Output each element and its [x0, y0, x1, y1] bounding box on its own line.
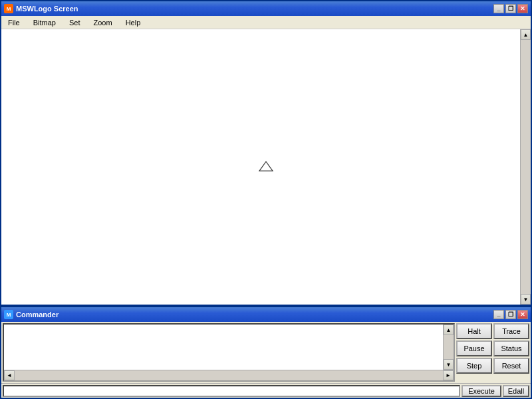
- commander-title-buttons: _ ❐ ✕: [493, 310, 528, 319]
- hscroll-left-arrow[interactable]: ◄: [4, 370, 15, 380]
- main-restore-button[interactable]: ❐: [505, 4, 516, 13]
- output-scroll-down[interactable]: ▼: [444, 359, 454, 370]
- buttons-row-3: Step Reset: [456, 358, 529, 374]
- main-window-icon: M: [4, 4, 13, 13]
- buttons-row-2: Pause Status: [456, 340, 529, 356]
- turtle-marker: [258, 160, 274, 174]
- trace-button[interactable]: Trace: [493, 323, 529, 339]
- output-content: [4, 325, 454, 370]
- hscroll-track[interactable]: [15, 370, 443, 380]
- scroll-down-arrow[interactable]: ▼: [521, 294, 531, 305]
- svg-marker-0: [259, 162, 273, 171]
- commander-body: ◄ ► ▲ ▼ Halt Trace Pause Status Step R: [1, 322, 531, 383]
- output-vscroll-track[interactable]: [444, 335, 454, 359]
- main-title-bar: M MSWLogo Screen _ ❐ ✕: [1, 1, 531, 16]
- turtle-triangle-icon: [258, 160, 274, 172]
- menu-file[interactable]: File: [4, 17, 24, 28]
- main-close-button[interactable]: ✕: [517, 4, 528, 13]
- output-area: ◄ ► ▲ ▼: [3, 323, 455, 382]
- hscroll-right-arrow[interactable]: ►: [443, 370, 454, 380]
- output-hscrollbar: ◄ ►: [4, 370, 454, 380]
- main-minimize-button[interactable]: _: [493, 4, 504, 13]
- reset-button[interactable]: Reset: [493, 358, 529, 374]
- edall-button[interactable]: Edall: [503, 385, 529, 397]
- commander-close-button[interactable]: ✕: [517, 310, 528, 319]
- output-vscrollbar: ▲ ▼: [443, 325, 454, 370]
- input-row: Execute Edall: [1, 383, 531, 398]
- commander-minimize-button[interactable]: _: [493, 310, 504, 319]
- commander-window-icon: M: [4, 310, 13, 319]
- buttons-panel: Halt Trace Pause Status Step Reset: [456, 323, 529, 382]
- pause-button[interactable]: Pause: [456, 340, 492, 356]
- commander-title-bar: M Commander _ ❐ ✕: [1, 307, 531, 322]
- menu-help[interactable]: Help: [122, 17, 145, 28]
- main-window: M MSWLogo Screen _ ❐ ✕ File Bitmap Set Z…: [0, 0, 532, 306]
- canvas-area: ▲ ▼: [1, 29, 531, 305]
- halt-button[interactable]: Halt: [456, 323, 492, 339]
- menu-bar: File Bitmap Set Zoom Help: [1, 16, 531, 29]
- scroll-track-vertical[interactable]: [521, 40, 531, 294]
- menu-zoom[interactable]: Zoom: [90, 17, 116, 28]
- main-title-buttons: _ ❐ ✕: [493, 4, 528, 13]
- main-window-title: MSWLogo Screen: [16, 5, 493, 13]
- menu-bitmap[interactable]: Bitmap: [29, 17, 60, 28]
- commander-restore-button[interactable]: ❐: [505, 310, 516, 319]
- commander-window: M Commander _ ❐ ✕ ◄ ► ▲: [0, 306, 532, 399]
- scroll-up-arrow[interactable]: ▲: [521, 29, 531, 40]
- step-button[interactable]: Step: [456, 358, 492, 374]
- command-input[interactable]: [3, 385, 460, 397]
- buttons-row-1: Halt Trace: [456, 323, 529, 339]
- menu-set[interactable]: Set: [65, 17, 84, 28]
- execute-button[interactable]: Execute: [462, 385, 501, 397]
- commander-window-title: Commander: [16, 311, 493, 319]
- output-scroll-up[interactable]: ▲: [444, 325, 454, 335]
- status-button[interactable]: Status: [493, 340, 529, 356]
- canvas-scrollbar-right: ▲ ▼: [520, 29, 531, 305]
